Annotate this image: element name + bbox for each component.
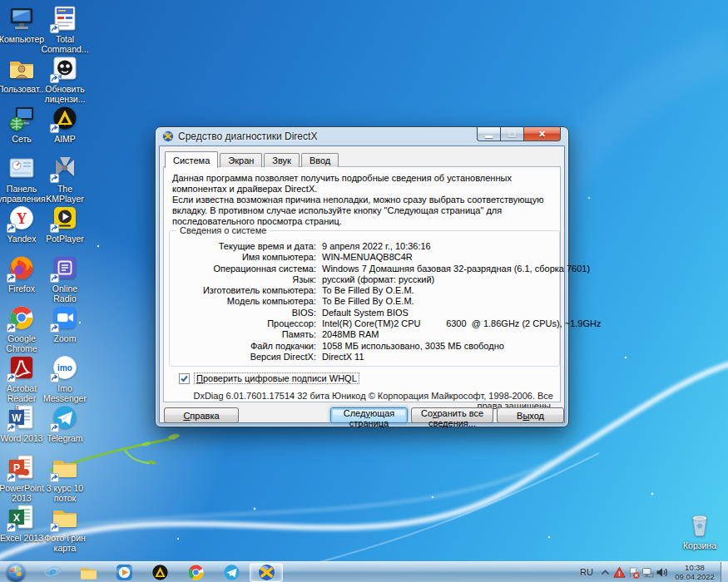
taskbar-button-ie[interactable]: e: [35, 562, 71, 582]
caption-buttons: ✕: [477, 127, 561, 141]
desktop-icon-label: PowerPoint 2013: [0, 483, 44, 503]
desktop-icon-label: PotPlayer: [46, 234, 84, 244]
chrome-icon: [186, 563, 206, 582]
desktop-icon-telegram[interactable]: Telegram: [43, 403, 87, 453]
taskbar-button-dxdiag[interactable]: [250, 563, 283, 582]
desktop-icon-kmplayer[interactable]: The KMPlayer: [43, 154, 87, 204]
taskbar-clock[interactable]: 10:38 09.04.2022: [671, 563, 718, 581]
desktop-icon-zoom[interactable]: Zoom: [43, 303, 87, 353]
info-row: Модель компьютера:To Be Filled By O.E.M.: [170, 296, 559, 307]
network-icon[interactable]: [641, 562, 655, 582]
recycle-bin-icon: [685, 509, 715, 539]
dialog-button-row: Справка Следующая страница Сохранить все…: [160, 407, 564, 424]
info-label: Имя компьютера:: [170, 252, 316, 263]
window-title: Средство диагностики DirectX: [178, 131, 317, 142]
hidden-icons-icon[interactable]: [598, 562, 612, 582]
info-row: Процессор:Intel(R) Core(TM)2 CPU 6300 @ …: [170, 318, 559, 329]
desktop-icon-folder[interactable]: Фото Грин карта: [43, 503, 87, 553]
clock-time: 10:38: [671, 563, 718, 572]
desktop-icon-imo[interactable]: imoImo Messenger: [43, 353, 87, 403]
checkbox-check-icon[interactable]: [179, 373, 190, 384]
desktop-icon-excel[interactable]: XExcel 2013: [0, 503, 43, 553]
chrome-icon: [7, 303, 36, 332]
desktop-icon-word[interactable]: WWord 2013: [0, 403, 43, 453]
maximize-icon: [508, 131, 516, 137]
shortcut-arrow-icon: [50, 473, 59, 482]
desktop-icon-folder[interactable]: 3 курс 10 поток: [43, 453, 87, 503]
show-desktop-button[interactable]: [721, 562, 728, 582]
tray-icons: !: [598, 562, 669, 582]
desktop-icon-aimp[interactable]: AIMP: [43, 104, 87, 154]
ie-icon: e: [43, 563, 62, 582]
taskbar-button-chrome[interactable]: [178, 562, 214, 582]
minimize-button[interactable]: [477, 127, 501, 141]
desktop-icon-label: Сеть: [12, 134, 31, 144]
info-row: Версия DirectX:DirectX 11: [170, 352, 559, 363]
desktop-icon-chrome[interactable]: Google Chrome: [0, 303, 43, 353]
taskbar-button-telegram[interactable]: [214, 562, 250, 582]
close-button[interactable]: ✕: [523, 127, 561, 141]
save-all-info-button[interactable]: Сохранить все сведения...: [411, 407, 493, 423]
svg-text:e: e: [49, 563, 56, 580]
desktop-icon-label: Imo Messenger: [43, 383, 87, 403]
online-radio-icon: [51, 254, 79, 282]
desktop-icon-online-radio[interactable]: Online Radio: [43, 254, 87, 303]
desktop-icon-label: Total Command...: [41, 34, 88, 54]
potplayer-icon: [51, 204, 79, 232]
language-indicator[interactable]: RU: [575, 567, 598, 577]
desktop-icon-label: Online Radio: [43, 284, 87, 303]
taskbar-button-aimp[interactable]: [142, 562, 178, 582]
desktop-icon-potplayer[interactable]: PotPlayer: [43, 204, 87, 254]
shortcut-arrow-icon: [50, 74, 59, 83]
desktop-icon-users-folder[interactable]: Пользоват...: [0, 54, 43, 104]
desktop-icon-total-commander[interactable]: Total Command...: [43, 4, 87, 54]
info-label: Файл подкачки:: [170, 341, 316, 352]
desktop-icon-network-places[interactable]: Сеть: [0, 104, 43, 154]
desktop-icon-label: Корзина: [683, 540, 716, 550]
desktop-icon-powerpoint[interactable]: PPowerPoint 2013: [0, 453, 43, 503]
computer-icon: [7, 4, 36, 32]
shortcut-arrow-icon: [50, 124, 59, 133]
desktop-icon-control-panel[interactable]: Панель управления: [0, 154, 43, 204]
tab-system[interactable]: Система: [165, 151, 218, 168]
desktop-icon-label: The KMPlayer: [46, 184, 84, 204]
action-center-flag-icon[interactable]: [626, 562, 641, 582]
shortcut-arrow-icon: [7, 523, 16, 532]
volume-icon[interactable]: [655, 562, 669, 582]
warning-icon[interactable]: !: [612, 562, 626, 582]
taskbar-button-explorer[interactable]: [71, 562, 106, 582]
taskbar-button-wmp[interactable]: [106, 562, 142, 582]
tab-input[interactable]: Ввод: [301, 153, 339, 167]
minimize-icon: [485, 136, 493, 138]
desktop-icon-label: Yandex: [7, 234, 37, 244]
tab-strip: Система Экран Звук Ввод: [165, 151, 340, 167]
desktop-icon-computer[interactable]: Компьютер: [0, 4, 43, 54]
acrobat-icon: [7, 353, 36, 382]
desktop-icon-label: 3 курс 10 поток: [47, 483, 83, 503]
powerpoint-icon: P: [7, 453, 36, 481]
aimp-icon: [51, 104, 79, 132]
exit-button[interactable]: Выход: [497, 407, 564, 423]
firefox-icon: [7, 254, 36, 282]
start-button[interactable]: [3, 563, 28, 581]
close-icon: ✕: [538, 130, 546, 139]
svg-text:X: X: [13, 512, 20, 524]
intro-text-2: Если известна возможная причина неполадк…: [172, 195, 552, 227]
shortcut-arrow-icon: [50, 423, 59, 432]
tab-display[interactable]: Экран: [220, 153, 262, 167]
whql-checkbox[interactable]: Проверить цифровые подписи WHQL: [179, 372, 359, 384]
help-button[interactable]: Справка: [164, 407, 239, 423]
tab-sound[interactable]: Звук: [264, 153, 300, 167]
desktop-icon-firefox[interactable]: Firefox: [0, 254, 43, 303]
info-value: Default System BIOS: [322, 308, 409, 318]
svg-text:Y: Y: [17, 210, 27, 227]
shortcut-arrow-icon: [50, 323, 59, 333]
desktop-icon-yandex[interactable]: YYandex: [0, 204, 43, 254]
dxdiag-window: Средство диагностики DirectX ✕ Система Э…: [155, 126, 569, 427]
desktop-icon-license-update[interactable]: Обновить лицензи...: [43, 54, 87, 104]
desktop-icon-acrobat[interactable]: Acrobat Reader DC: [0, 353, 43, 403]
shortcut-arrow-icon: [50, 224, 59, 233]
desktop-icon-recycle-bin[interactable]: Корзина: [681, 509, 719, 550]
next-page-button[interactable]: Следующая страница: [330, 407, 408, 423]
title-bar[interactable]: Средство диагностики DirectX ✕: [156, 127, 568, 146]
